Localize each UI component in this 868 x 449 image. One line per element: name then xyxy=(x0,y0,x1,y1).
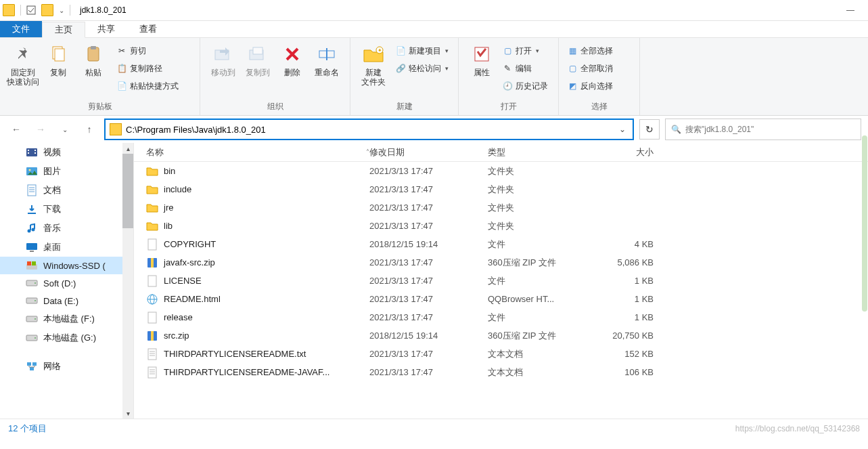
column-headers: 名称˄ 修改日期 类型 大小 xyxy=(134,143,868,162)
address-input[interactable] xyxy=(126,125,616,135)
address-dropdown-icon[interactable]: ⌄ xyxy=(616,125,629,134)
scrollbar-down-button[interactable]: ▾ xyxy=(122,408,133,419)
copy-to-button[interactable]: 复制到 xyxy=(240,41,275,77)
file-row[interactable]: THIRDPARTYLICENSEREADME-JAVAF...2021/3/1… xyxy=(134,363,868,381)
nav-item[interactable]: 下载 xyxy=(0,200,123,219)
nav-item[interactable]: 音乐 xyxy=(0,219,123,238)
scrollbar-thumb[interactable] xyxy=(122,154,133,228)
file-type: 文件 xyxy=(488,312,593,324)
address-bar[interactable]: ⌄ xyxy=(104,119,634,140)
group-organize: 移动到 复制到 删除 重命名 组织 xyxy=(200,38,350,115)
file-date: 2021/3/13 17:47 xyxy=(369,257,488,268)
copy-button[interactable]: 复制 xyxy=(41,41,76,77)
new-folder-button[interactable]: ✦ 新建 文件夹 xyxy=(356,41,391,87)
svg-rect-17 xyxy=(35,152,36,154)
select-none-button[interactable]: ▢全部取消 xyxy=(564,61,616,76)
file-name: jre xyxy=(164,202,173,213)
svg-point-39 xyxy=(35,337,36,339)
column-header-type[interactable]: 类型 xyxy=(488,146,593,158)
paste-button[interactable]: 粘贴 xyxy=(76,41,111,77)
forward-button[interactable]: → xyxy=(31,120,50,139)
open-button[interactable]: ▢打开▾ xyxy=(499,43,551,58)
tab-view[interactable]: 查看 xyxy=(127,21,169,37)
move-to-button[interactable]: 移动到 xyxy=(206,41,240,77)
file-row[interactable]: README.html2021/3/13 17:47QQBrowser HT..… xyxy=(134,290,868,308)
nav-item[interactable]: Windows-SSD ( xyxy=(0,257,123,274)
network-icon xyxy=(26,361,38,372)
txt-icon xyxy=(146,366,158,379)
history-button[interactable]: 🕘历史记录 xyxy=(499,79,551,93)
up-button[interactable]: ↑ xyxy=(80,120,99,139)
nav-item[interactable]: 本地磁盘 (F:) xyxy=(0,309,123,328)
file-type: 文本文档 xyxy=(488,348,593,360)
nav-item[interactable]: 本地磁盘 (G:) xyxy=(0,328,123,347)
file-row[interactable]: bin2021/3/13 17:47文件夹 xyxy=(134,162,868,180)
history-icon: 🕘 xyxy=(502,81,513,91)
navigation-pane[interactable]: 视频图片文档下载音乐桌面Windows-SSD (Soft (D:)Data (… xyxy=(0,143,134,419)
status-bar: 12 个项目 https://blog.csdn.net/qq_53142368 xyxy=(0,419,868,437)
file-size: 5,086 KB xyxy=(593,257,660,268)
file-type: 文本文档 xyxy=(488,366,593,379)
scrollbar-up-button[interactable]: ▴ xyxy=(122,143,133,154)
file-size: 106 KB xyxy=(593,367,660,377)
right-scrollbar[interactable] xyxy=(862,135,867,312)
svg-rect-53 xyxy=(148,349,156,360)
tab-file[interactable]: 文件 xyxy=(0,21,42,37)
select-group-label: 选择 xyxy=(559,100,639,115)
file-date: 2018/12/15 19:14 xyxy=(369,239,488,249)
nav-item[interactable]: Data (E:) xyxy=(0,292,123,309)
chevron-down-icon: ▾ xyxy=(445,65,449,72)
file-row[interactable]: include2021/3/13 17:47文件夹 xyxy=(134,180,868,198)
file-date: 2021/3/13 17:47 xyxy=(369,349,488,359)
properties-button[interactable]: 属性 xyxy=(464,41,499,77)
recent-locations-button[interactable]: ⌄ xyxy=(55,120,74,139)
qat-dropdown-icon[interactable]: ⌄ xyxy=(59,7,64,14)
file-row[interactable]: COPYRIGHT2018/12/15 19:14文件4 KB xyxy=(134,235,868,253)
pin-to-quick-access-button[interactable]: 固定到 快速访问 xyxy=(5,41,41,87)
easy-access-button[interactable]: 🔗轻松访问▾ xyxy=(392,61,451,76)
refresh-button[interactable]: ↻ xyxy=(639,119,660,140)
rename-button[interactable]: 重命名 xyxy=(310,41,344,77)
delete-button[interactable]: 删除 xyxy=(275,41,310,77)
nav-item[interactable]: 桌面 xyxy=(0,238,123,257)
file-row[interactable]: release2021/3/13 17:47文件1 KB xyxy=(134,308,868,326)
svg-point-25 xyxy=(28,230,31,233)
file-row[interactable]: lib2021/3/13 17:47文件夹 xyxy=(134,217,868,235)
properties-icon xyxy=(472,45,491,64)
column-header-name[interactable]: 名称˄ xyxy=(146,146,369,158)
file-row[interactable]: javafx-src.zip2021/3/13 17:47360压缩 ZIP 文… xyxy=(134,253,868,272)
file-row[interactable]: LICENSE2021/3/13 17:47文件1 KB xyxy=(134,272,868,290)
new-item-button[interactable]: 📄新建项目▾ xyxy=(392,43,451,58)
minimize-button[interactable]: — xyxy=(836,1,865,20)
edit-button[interactable]: ✎编辑 xyxy=(499,61,551,76)
back-button[interactable]: ← xyxy=(7,120,26,139)
nav-item[interactable]: 文档 xyxy=(0,181,123,200)
file-row[interactable]: src.zip2018/12/15 19:14360压缩 ZIP 文件20,75… xyxy=(134,326,868,345)
svg-rect-0 xyxy=(27,6,35,14)
file-rows: bin2021/3/13 17:47文件夹include2021/3/13 17… xyxy=(134,162,868,419)
column-header-size[interactable]: 大小 xyxy=(593,146,660,158)
new-item-label: 新建项目 xyxy=(409,45,441,57)
pin-icon xyxy=(14,45,32,64)
delete-icon xyxy=(283,45,301,63)
group-clipboard: 固定到 快速访问 复制 粘贴 ✂剪切 📋复制路径 📄粘贴快捷方式 剪贴板 xyxy=(0,38,200,115)
svg-rect-2 xyxy=(55,49,64,61)
file-row[interactable]: jre2021/3/13 17:47文件夹 xyxy=(134,198,868,217)
tab-share[interactable]: 共享 xyxy=(85,21,127,37)
cut-button[interactable]: ✂剪切 xyxy=(114,43,181,58)
select-all-button[interactable]: ▦全部选择 xyxy=(564,43,616,58)
search-box[interactable]: 🔍 搜索"jdk1.8.0_201" xyxy=(665,119,861,140)
copy-path-button[interactable]: 📋复制路径 xyxy=(114,61,181,76)
nav-item[interactable]: 视频 xyxy=(0,143,123,162)
file-row[interactable]: THIRDPARTYLICENSEREADME.txt2021/3/13 17:… xyxy=(134,345,868,363)
column-header-date[interactable]: 修改日期 xyxy=(369,146,488,158)
paste-shortcut-button[interactable]: 📄粘贴快捷方式 xyxy=(114,79,181,93)
nav-item[interactable]: Soft (D:) xyxy=(0,274,123,292)
nav-item-label: 本地磁盘 (G:) xyxy=(43,332,96,344)
invert-selection-button[interactable]: ◩反向选择 xyxy=(564,79,616,93)
file-type: 360压缩 ZIP 文件 xyxy=(488,257,593,269)
tab-home[interactable]: 主页 xyxy=(42,22,85,38)
nav-item-label: Soft (D:) xyxy=(43,278,76,288)
nav-item[interactable]: 网络 xyxy=(0,357,123,376)
nav-item[interactable]: 图片 xyxy=(0,162,123,181)
